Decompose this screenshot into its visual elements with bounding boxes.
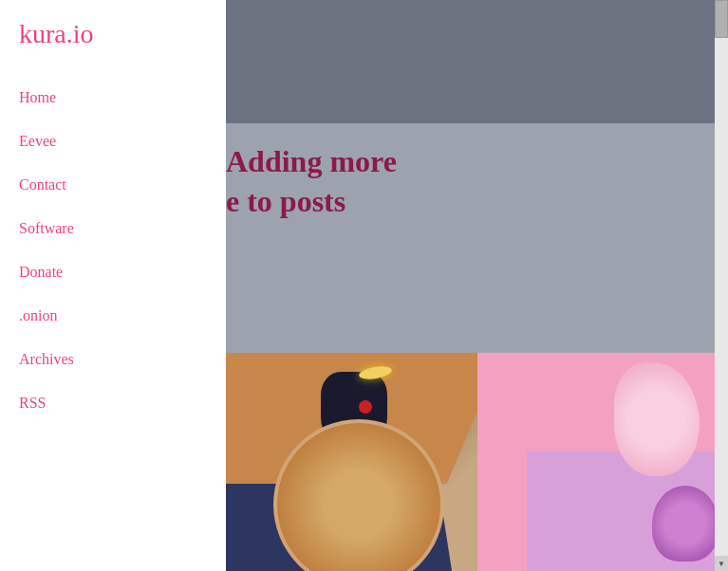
main-content: Adding more e to posts ▲ ▼ [226,0,728,571]
red-eye [359,400,372,414]
content-area: Adding more e to posts [226,123,728,571]
post-title-line2: e to posts [226,184,345,218]
site-title[interactable]: kura.io [19,19,207,49]
sidebar-item-home[interactable]: Home [19,76,207,120]
sidebar: kura.io Home Eevee Contact Software Dona… [0,0,226,571]
sidebar-item-archives[interactable]: Archives [19,338,207,381]
sidebar-item-onion[interactable]: .onion [19,294,207,338]
sidebar-item-rss[interactable]: RSS [19,381,207,425]
top-bar [226,0,728,123]
sidebar-item-donate[interactable]: Donate [19,250,207,294]
scrollbar-track: ▲ ▼ [715,0,728,571]
post-title: Adding more e to posts [226,142,709,221]
pokemon-image [226,353,728,571]
post-title-box: Adding more e to posts [226,133,728,240]
scrollbar-thumb[interactable] [715,0,728,38]
sidebar-item-eevee[interactable]: Eevee [19,120,207,163]
pokemon-collage [226,353,728,571]
post-title-line1: Adding more [226,144,397,178]
purple-creature [652,486,719,562]
sidebar-nav: Home Eevee Contact Software Donate .onio… [19,76,207,425]
sidebar-item-contact[interactable]: Contact [19,163,207,207]
scrollbar-down-button[interactable]: ▼ [715,556,728,571]
sidebar-item-software[interactable]: Software [19,207,207,250]
